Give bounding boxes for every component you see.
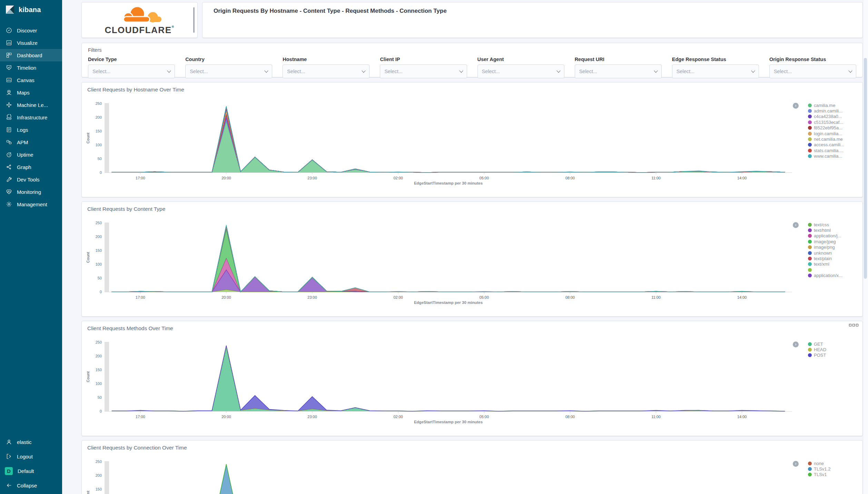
- area-chart-plot[interactable]: [105, 102, 792, 174]
- sidebar-spacer: [0, 210, 62, 435]
- legend-toggle-icon[interactable]: ›: [793, 222, 799, 228]
- filter-select-country[interactable]: Select...: [185, 65, 272, 78]
- area-chart-plot[interactable]: [105, 221, 792, 294]
- sidebar-item-monitoring[interactable]: Monitoring: [0, 186, 62, 198]
- legend-item[interactable]: text/plain: [808, 256, 860, 261]
- kibana-logo[interactable]: kibana: [0, 0, 62, 19]
- graph-icon: [6, 164, 12, 170]
- sidebar-item-elastic[interactable]: elastic: [0, 435, 62, 449]
- sidebar-item-discover[interactable]: Discover: [0, 24, 62, 37]
- boxes-horizontal-icon[interactable]: [849, 324, 858, 326]
- legend-item[interactable]: login.camilia...: [808, 131, 860, 136]
- legend-item[interactable]: camilia.me: [808, 102, 860, 108]
- y-tick-label: 50: [98, 157, 102, 161]
- legend-label: image/png: [814, 245, 835, 250]
- sidebar-item-dashboard[interactable]: Dashboard: [0, 49, 62, 61]
- legend-item[interactable]: application/j...: [808, 233, 860, 239]
- legend-item[interactable]: TLSv1: [808, 472, 860, 477]
- legend-item[interactable]: admin.camili...: [808, 108, 860, 113]
- series-area-text-css: [112, 227, 785, 292]
- panel-scrollbar[interactable]: [193, 7, 195, 33]
- select-placeholder: Select...: [287, 69, 305, 74]
- legend-color-dot: [808, 473, 812, 476]
- filter-group-device-type: Device TypeSelect...: [88, 57, 175, 78]
- area-chart-plot[interactable]: [105, 340, 792, 413]
- legend-item[interactable]: net.camilia.me: [808, 136, 860, 142]
- legend-item[interactable]: HEAD: [808, 347, 860, 352]
- sidebar-item-infrastructure[interactable]: Infrastructure: [0, 111, 62, 124]
- legend-item[interactable]: text/html: [808, 227, 860, 233]
- filter-select-edge-response-status[interactable]: Select...: [672, 65, 759, 78]
- sidebar-item-logs[interactable]: Logs: [0, 124, 62, 136]
- filter-select-user-agent[interactable]: Select...: [477, 65, 564, 78]
- filter-label: Origin Response Status: [769, 57, 856, 62]
- filter-select-device-type[interactable]: Select...: [88, 65, 175, 78]
- sidebar-item-apm[interactable]: APM: [0, 136, 62, 148]
- sidebar-item-visualize[interactable]: Visualize: [0, 37, 62, 49]
- legend-color-dot: [808, 342, 812, 346]
- sidebar-item-canvas[interactable]: Canvas: [0, 74, 62, 86]
- chevron-down-icon: [751, 69, 755, 72]
- legend-label: admin.camili...: [814, 108, 842, 113]
- legend-item[interactable]: [808, 267, 860, 273]
- page-scrollbar[interactable]: [863, 0, 868, 494]
- sidebar-item-dev-tools[interactable]: Dev Tools: [0, 173, 62, 186]
- partial-bucket-band: [105, 223, 109, 292]
- legend-item[interactable]: www.camilia...: [808, 154, 860, 159]
- legend-item[interactable]: text/css: [808, 222, 860, 227]
- legend-toggle-icon[interactable]: ›: [793, 461, 799, 467]
- dashboard-content: CLOUDFLARE® Origin Requests By Hostname …: [62, 0, 863, 494]
- legend-color-dot: [808, 143, 812, 147]
- sidebar-item-maps[interactable]: Maps: [0, 86, 62, 99]
- filter-select-origin-response-status[interactable]: Select...: [769, 65, 856, 78]
- legend-item[interactable]: GET: [808, 341, 860, 347]
- legend-item[interactable]: image/png: [808, 245, 860, 250]
- legend-item[interactable]: unknown: [808, 250, 860, 256]
- legend-label: POST: [814, 353, 826, 358]
- sidebar-item-default[interactable]: DDefault: [0, 464, 62, 478]
- sidebar-item-label: Default: [18, 468, 34, 474]
- sidebar-item-logout[interactable]: Logout: [0, 449, 62, 464]
- legend-item[interactable]: f8522ebf95a...: [808, 125, 860, 131]
- series-area-get: [112, 348, 785, 411]
- legend-toggle-icon[interactable]: ›: [793, 342, 799, 347]
- x-tick-label: 02:00: [393, 415, 403, 419]
- sidebar-item-label: Maps: [17, 90, 30, 96]
- filter-select-client-ip[interactable]: Select...: [380, 65, 467, 78]
- select-placeholder: Select...: [92, 69, 110, 74]
- sidebar-item-label: Collapse: [17, 483, 37, 488]
- y-tick-label: 0: [100, 290, 102, 294]
- sidebar-item-collapse[interactable]: Collapse: [0, 478, 62, 493]
- sidebar-item-graph[interactable]: Graph: [0, 161, 62, 173]
- sidebar-item-machine-le[interactable]: Machine Le...: [0, 99, 62, 111]
- area-chart-plot[interactable]: [105, 460, 792, 494]
- legend-item[interactable]: TLSv1.2: [808, 466, 860, 472]
- legend-label: access.camili...: [814, 142, 844, 147]
- y-tick-label: 100: [96, 143, 102, 147]
- filter-select-request-uri[interactable]: Select...: [575, 65, 662, 78]
- filter-label: Device Type: [88, 57, 175, 62]
- sidebar-item-management[interactable]: Management: [0, 198, 62, 210]
- sidebar-item-uptime[interactable]: Uptime: [0, 148, 62, 161]
- legend-item[interactable]: access.camili...: [808, 142, 860, 148]
- logout-icon: [6, 453, 12, 460]
- sidebar-item-label: APM: [17, 139, 28, 145]
- legend-item[interactable]: POST: [808, 353, 860, 358]
- filter-select-hostname[interactable]: Select...: [283, 65, 369, 78]
- legend-item[interactable]: c513153ecaf...: [808, 119, 860, 125]
- legend-item[interactable]: none: [808, 461, 860, 466]
- legend-item[interactable]: image/jpeg: [808, 239, 860, 244]
- legend-item[interactable]: application/x...: [808, 273, 860, 278]
- series-area-image-png: [112, 227, 785, 292]
- legend-toggle-icon[interactable]: ›: [793, 103, 799, 109]
- legend-item[interactable]: c4ca4238a0...: [808, 114, 860, 119]
- sidebar-item-label: Canvas: [17, 77, 34, 83]
- y-tick-label: 50: [98, 276, 102, 280]
- sidebar-item-timelion[interactable]: Timelion: [0, 61, 62, 74]
- chart-title: Client Requests by Content Type: [87, 206, 862, 212]
- page-scrollbar-thumb[interactable]: [864, 58, 867, 279]
- uptime-icon: [6, 151, 12, 158]
- legend-item[interactable]: stats.camilia....: [808, 148, 860, 153]
- series-area-text-plain: [112, 226, 785, 292]
- legend-item[interactable]: text/xml: [808, 261, 860, 267]
